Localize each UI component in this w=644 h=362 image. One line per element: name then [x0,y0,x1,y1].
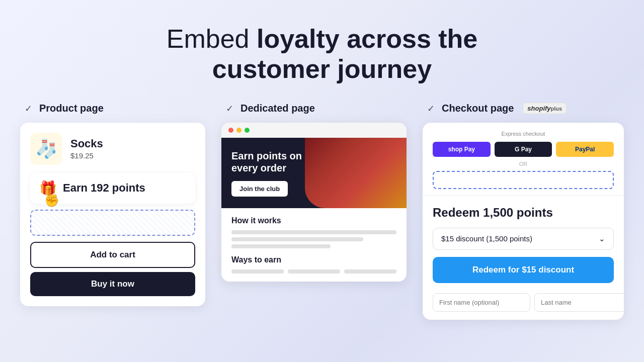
browser-dot-red [228,128,233,133]
ways-grid-item-2 [288,269,340,274]
add-to-cart-button[interactable]: Add to cart [30,242,195,268]
redeem-button[interactable]: Redeem for $15 discount [433,257,614,283]
join-club-button[interactable]: Join the club [231,181,288,197]
discount-option-label: $15 discount (1,500 points) [441,234,532,243]
earn-points-text: Earn 192 points [63,182,145,195]
dedicated-page-column: ✓ Dedicated page Earn points on every or… [221,103,407,282]
product-page-label-row: ✓ Product page [20,103,104,115]
product-info: Socks $19.25 [70,137,103,160]
header-bold-text: loyalty across thecustomer journey [212,24,477,83]
google-pay-button[interactable]: G Pay [495,142,552,157]
product-page-label: Product page [39,103,104,114]
browser-dot-green [245,128,250,133]
last-name-input[interactable] [534,293,624,312]
sock-icon: 🧦 [35,138,58,159]
hero-section: Earn points on every order Join the club [221,138,407,208]
product-page-column: ✓ Product page 🧦 Socks $19.25 🎁 Earn 192… [20,103,205,306]
paypal-label: PayPal [575,146,595,153]
how-it-works-title: How it works [231,216,396,225]
browser-dot-yellow [236,128,242,133]
express-checkout-section: Express checkout shop Pay G Pay PayPal O… [423,123,624,196]
product-card: 🧦 Socks $19.25 🎁 Earn 192 points ✊ Add t… [20,123,205,306]
ways-to-earn-title: Ways to earn [231,255,396,264]
loading-bar-3 [231,244,331,248]
dedicated-page-label: Dedicated page [240,103,315,114]
first-name-input[interactable] [433,293,530,312]
dedicated-page-checkmark: ✓ [223,103,235,115]
checkout-card: Express checkout shop Pay G Pay PayPal O… [423,123,624,320]
product-image: 🧦 [30,133,62,165]
checkout-dashed-input[interactable] [433,171,614,189]
redeem-section: Redeem 1,500 points $15 discount (1,500 … [423,196,624,293]
google-pay-label: G Pay [515,146,532,153]
discount-dropdown[interactable]: $15 discount (1,500 points) ⌄ [433,228,614,250]
hero-text: Earn points on every order Join the club [231,150,396,197]
shop-pay-button[interactable]: shop Pay [433,142,491,157]
payment-buttons: shop Pay G Pay PayPal [433,142,614,157]
product-page-checkmark: ✓ [22,103,34,115]
checkout-page-checkmark: ✓ [425,103,437,115]
checkout-form [423,293,624,320]
hero-title: Earn points on every order [231,150,322,174]
header-light-text: Embed [167,24,250,53]
loyalty-widget-dashed-box [30,210,195,236]
product-name: Socks [70,137,103,150]
checkout-page-column: ✓ Checkout page shopifyplus Express chec… [423,103,624,320]
how-it-works-loading-bars [231,230,396,248]
checkout-page-label: Checkout page [442,103,514,114]
ways-to-earn-grid [231,269,396,274]
ways-grid-item-3 [344,269,396,274]
product-price: $19.25 [70,151,103,160]
dedicated-body: How it works Ways to earn [221,208,407,282]
checkout-page-label-row: ✓ Checkout page shopifyplus [423,103,567,115]
product-header: 🧦 Socks $19.25 [30,133,195,165]
buy-now-button[interactable]: Buy it now [30,272,195,296]
earn-points-banner: 🎁 Earn 192 points ✊ [30,173,195,204]
redeem-title: Redeem 1,500 points [433,206,614,220]
cursor-icon: ✊ [44,194,59,208]
paypal-button[interactable]: PayPal [556,142,614,157]
express-checkout-label: Express checkout [433,131,614,137]
chevron-down-icon: ⌄ [599,234,605,243]
browser-bar [221,123,407,138]
loading-bar-1 [231,230,396,234]
or-divider: OR [433,161,614,167]
page-header: Embed loyalty across thecustomer journey [167,24,478,84]
columns-container: ✓ Product page 🧦 Socks $19.25 🎁 Earn 192… [0,103,644,320]
shop-pay-label: shop Pay [448,146,475,153]
loading-bar-2 [231,237,363,241]
dedicated-page-label-row: ✓ Dedicated page [221,103,315,115]
shopify-plus-badge: shopifyplus [523,103,567,114]
dedicated-card: Earn points on every order Join the club… [221,123,407,282]
ways-grid-item-1 [231,269,284,274]
